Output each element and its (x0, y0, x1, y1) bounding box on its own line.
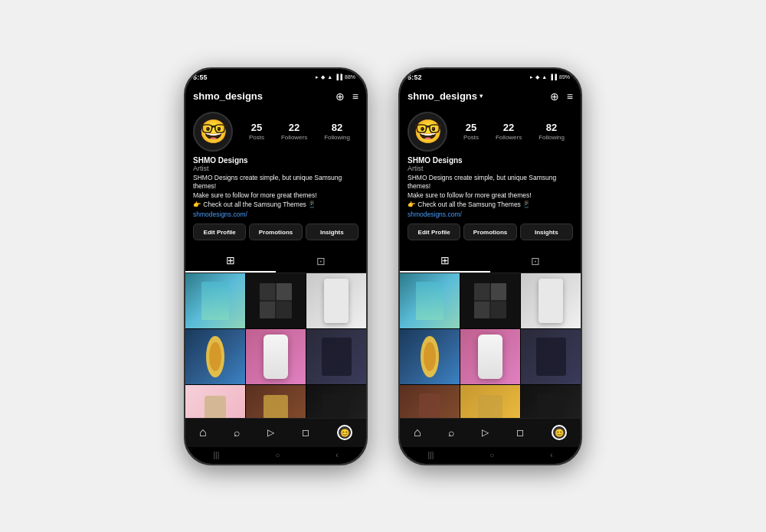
nav-search-right[interactable]: ⌕ (448, 426, 454, 439)
sys-circle-right[interactable]: ○ (489, 451, 494, 459)
grid-cell-4[interactable] (185, 329, 245, 384)
grid-cell-r5[interactable] (460, 329, 520, 384)
nav-home-right[interactable]: ⌂ (414, 426, 421, 439)
tag-icon-right: ⊡ (531, 255, 540, 267)
stat-followers-left: 22 Followers (281, 122, 307, 141)
grid-cell-r2[interactable] (460, 273, 520, 328)
avatar-left[interactable]: 🤓 (193, 112, 233, 152)
tag-icon-left: ⊡ (316, 255, 326, 267)
grid-cell-r9[interactable] (521, 385, 581, 417)
stat-followers-right: 22 Followers (496, 122, 522, 141)
bio-category-right: Artist (408, 165, 573, 172)
nav-profile-left[interactable]: 😊 (337, 425, 352, 440)
grid-cell-9[interactable] (306, 385, 366, 417)
status-time-right: 5:52 (408, 73, 422, 81)
ig-header-right: shmo_designs ▾ ⊕ ≡ (400, 86, 581, 107)
posts-label-left: Posts (249, 134, 264, 141)
tab-grid-right[interactable]: ⊞ (400, 250, 490, 273)
grid-cell-7[interactable] (185, 385, 245, 417)
bio-section-left: SHMO Designs Artist SHMO Designs create … (193, 156, 358, 219)
posts-count-left: 25 (251, 122, 262, 134)
edit-profile-btn-left[interactable]: Edit Profile (193, 224, 246, 240)
grid-cell-5[interactable] (246, 329, 306, 384)
phone-left: 5:55 ▸ ◆ ▲ ▐▐ 88% shmo_designs ⊕ ≡ (184, 67, 368, 465)
grid-row-3-right (400, 385, 581, 417)
grid-cell-8[interactable] (246, 385, 306, 417)
sys-back-left[interactable]: ‹ (336, 451, 338, 459)
system-nav-right: ||| ○ ‹ (400, 447, 581, 464)
status-time-left: 5:55 (193, 73, 208, 81)
promotions-btn-right[interactable]: Promotions (463, 224, 516, 240)
following-label-right: Following (538, 134, 565, 141)
posts-label-right: Posts (463, 134, 479, 141)
grid-cell-1[interactable] (185, 273, 245, 328)
action-buttons-left: Edit Profile Promotions Insights (193, 224, 358, 240)
edit-profile-btn-right[interactable]: Edit Profile (408, 224, 460, 240)
grid-icon-left: ⊞ (226, 254, 235, 266)
grid-row-3-left (185, 385, 366, 417)
stat-following-right: 82 Following (538, 122, 565, 141)
grid-cell-2[interactable] (246, 273, 306, 328)
nav-search-left[interactable]: ⌕ (234, 426, 240, 439)
grid-row-1-left (185, 273, 366, 328)
menu-icon-left[interactable]: ≡ (352, 90, 358, 103)
followers-count-right: 22 (503, 122, 514, 134)
nfc-icon-r: ◆ (535, 74, 539, 80)
grid-cell-r8[interactable] (460, 385, 520, 417)
bluetooth-icon-r: ▸ (530, 74, 533, 80)
insights-btn-right[interactable]: Insights (520, 224, 573, 240)
grid-row-1-right (400, 273, 581, 328)
profile-section-left: 🤓 25 Posts 22 Followers 82 F (185, 107, 366, 246)
insights-btn-left[interactable]: Insights (306, 224, 358, 240)
status-bar-right: 5:52 ▸ ◆ ▲ ▐▐ 89% (400, 69, 581, 86)
bottom-nav-right: ⌂ ⌕ ▷ ◻ 😊 (400, 418, 581, 447)
promotions-btn-left[interactable]: Promotions (249, 224, 302, 240)
grid-cell-6[interactable] (306, 329, 366, 384)
grid-cell-3[interactable] (306, 273, 366, 328)
nav-home-left[interactable]: ⌂ (199, 426, 207, 439)
nfc-icon: ◆ (321, 74, 325, 80)
posts-count-right: 25 (466, 122, 476, 134)
tab-bar-left: ⊞ ⊡ (185, 250, 366, 273)
system-nav-left: ||| ○ ‹ (185, 447, 366, 464)
nav-reels-left[interactable]: ▷ (267, 427, 274, 438)
tab-bar-right: ⊞ ⊡ (400, 250, 581, 273)
grid-cell-r6[interactable] (521, 329, 581, 384)
signal-icon-r: ▐▐ (549, 74, 557, 80)
sys-back-right[interactable]: ‹ (550, 451, 552, 459)
tab-grid-left[interactable]: ⊞ (185, 250, 276, 273)
nav-reels-right[interactable]: ▷ (482, 427, 489, 438)
followers-count-left: 22 (289, 122, 300, 134)
bio-link-right[interactable]: shmodesigns.com/ (408, 211, 573, 218)
menu-icon-right[interactable]: ≡ (567, 90, 573, 103)
tab-tagged-right[interactable]: ⊡ (490, 250, 581, 273)
avatar-right[interactable]: 🤓 (408, 112, 447, 152)
username-left: shmo_designs (193, 90, 263, 102)
nav-shop-right[interactable]: ◻ (516, 427, 524, 438)
bio-category-left: Artist (193, 165, 358, 172)
avatar-emoji-right: 🤓 (414, 120, 442, 143)
following-count-left: 82 (332, 122, 342, 134)
add-icon-right[interactable]: ⊕ (550, 90, 559, 103)
wifi-icon: ▲ (327, 74, 332, 80)
sys-circle-left[interactable]: ○ (275, 451, 280, 459)
bio-link-left[interactable]: shmodesigns.com/ (193, 211, 358, 218)
followers-label-left: Followers (281, 134, 307, 141)
grid-cell-r4[interactable] (400, 329, 460, 384)
add-icon-left[interactable]: ⊕ (336, 90, 345, 103)
grid-cell-r3[interactable] (521, 273, 581, 328)
battery-right: 89% (559, 74, 570, 80)
sys-bars-right[interactable]: ||| (427, 451, 434, 459)
stats-row-right: 25 Posts 22 Followers 82 Following (455, 122, 573, 141)
sys-bars-left[interactable]: ||| (213, 451, 219, 459)
tab-tagged-left[interactable]: ⊡ (276, 250, 366, 273)
following-count-right: 82 (546, 122, 557, 134)
grid-cell-r1[interactable] (400, 273, 460, 328)
nav-shop-left[interactable]: ◻ (302, 427, 309, 438)
grid-cell-r7[interactable] (400, 385, 460, 417)
avatar-emoji-left: 🤓 (199, 120, 228, 143)
stat-posts-right: 25 Posts (463, 122, 479, 141)
grid-row-2-right (400, 329, 581, 384)
nav-profile-right[interactable]: 😊 (552, 425, 567, 440)
stat-posts-left: 25 Posts (249, 122, 264, 141)
